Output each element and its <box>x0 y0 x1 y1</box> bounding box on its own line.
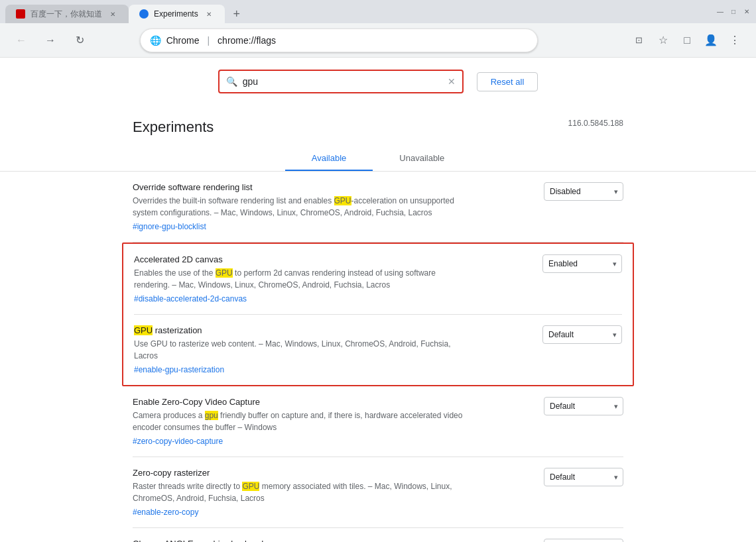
flag-angle-backend: Choose ANGLE graphics backend Choose the… <box>133 528 623 542</box>
select-wrapper: Default Enabled Disabled <box>544 468 623 486</box>
flag-desc: Raster threads write directly to GPU mem… <box>133 480 464 504</box>
flag-desc: Overrides the built-in software renderin… <box>133 195 464 219</box>
nav-actions: ⊡ ☆ □ 👤 ⋮ <box>629 30 745 51</box>
flag-override-software-rendering: Override software rendering list Overrid… <box>133 172 623 243</box>
address-path: chrome://flags <box>218 35 276 46</box>
flag-title: Override software rendering list <box>133 182 464 192</box>
tab-baidu-label: 百度一下，你就知道 <box>31 9 102 20</box>
flag-select-override[interactable]: Default Enabled Disabled <box>544 182 623 201</box>
flag-title: Choose ANGLE graphics backend <box>133 539 464 542</box>
search-clear-icon[interactable]: ✕ <box>448 76 456 87</box>
tab-experiments-close[interactable]: ✕ <box>204 9 214 19</box>
close-button[interactable]: ✕ <box>743 8 751 16</box>
flag-zero-copy-rasterizer: Zero-copy rasterizer Raster threads writ… <box>133 457 623 528</box>
flag-select-angle[interactable]: Default D3D11 OpenGL D3D9 D3D11on12 <box>544 539 623 542</box>
reset-all-button[interactable]: Reset all <box>477 72 538 91</box>
select-wrapper: Default Enabled Disabled <box>542 254 622 273</box>
version-text: 116.0.5845.188 <box>568 119 623 128</box>
tab-baidu[interactable]: 百度一下，你就知道 ✕ <box>5 5 129 23</box>
tab-bar: 百度一下，你就知道 ✕ Experiments ✕ + <box>5 0 716 23</box>
window-controls: — □ ✕ <box>716 8 751 16</box>
select-wrapper: Default Enabled Disabled <box>544 397 623 415</box>
flag-accelerated-2d-canvas: Accelerated 2D canvas Enables the use of… <box>134 244 622 315</box>
flag-info: GPU rasterization Use GPU to rasterize w… <box>134 325 466 374</box>
highlight-gpu: gpu <box>205 411 218 420</box>
flag-info: Accelerated 2D canvas Enables the use of… <box>134 254 466 303</box>
highlight-gpu: GPU <box>134 325 153 335</box>
extensions-button[interactable]: □ <box>676 30 698 51</box>
search-box[interactable]: 🔍 gpu ✕ <box>218 70 464 93</box>
flags-list: Override software rendering list Overrid… <box>0 172 756 542</box>
flag-title: Enable Zero-Copy Video Capture <box>133 397 464 407</box>
experiments-container: 🔍 gpu ✕ Reset all Experiments 116.0.5845… <box>0 58 756 542</box>
maximize-button[interactable]: □ <box>729 8 737 16</box>
experiments-favicon <box>139 9 149 19</box>
flag-zero-copy-video: Enable Zero-Copy Video Capture Camera pr… <box>133 386 623 457</box>
flag-link[interactable]: #ignore-gpu-blocklist <box>133 222 206 231</box>
highlight-gpu: GPU <box>334 196 351 205</box>
title-bar: 百度一下，你就知道 ✕ Experiments ✕ + — □ ✕ <box>0 0 756 23</box>
bookmark-button[interactable]: ☆ <box>653 30 674 51</box>
flag-desc: Enables the use of the GPU to perform 2d… <box>134 267 466 291</box>
menu-button[interactable]: ⋮ <box>724 30 745 51</box>
flag-link[interactable]: #zero-copy-video-capture <box>133 437 223 446</box>
flag-select-zero-copy-video[interactable]: Default Enabled Disabled <box>544 397 623 415</box>
flag-desc: Camera produces a gpu friendly buffer on… <box>133 409 464 433</box>
select-wrapper: Default Enabled Disabled <box>542 325 622 344</box>
search-icon: 🔍 <box>226 76 237 87</box>
minimize-button[interactable]: — <box>716 8 724 16</box>
highlighted-flags-box: Accelerated 2D canvas Enables the use of… <box>122 243 634 386</box>
flag-info: Enable Zero-Copy Video Capture Camera pr… <box>133 397 464 446</box>
flag-gpu-rasterization: GPU rasterization Use GPU to rasterize w… <box>134 315 622 385</box>
new-tab-button[interactable]: + <box>227 5 246 23</box>
address-bar[interactable]: 🌐 Chrome | chrome://flags <box>140 28 538 52</box>
flag-info: Zero-copy rasterizer Raster threads writ… <box>133 468 464 517</box>
flag-select-zero-copy[interactable]: Default Enabled Disabled <box>544 468 623 486</box>
highlight-gpu: GPU <box>216 268 233 278</box>
flag-info: Override software rendering list Overrid… <box>133 182 464 231</box>
tab-available[interactable]: Available <box>285 146 373 171</box>
reload-button[interactable]: ↻ <box>69 30 90 51</box>
nav-bar: ← → ↻ 🌐 Chrome | chrome://flags ⊡ ☆ □ 👤 … <box>0 23 756 58</box>
tab-experiments[interactable]: Experiments ✕ <box>129 5 225 23</box>
flag-select-canvas[interactable]: Default Enabled Disabled <box>542 254 622 273</box>
flag-desc: Use GPU to rasterize web content. – Mac,… <box>134 338 466 362</box>
select-wrapper: Default D3D11 OpenGL D3D9 D3D11on12 <box>544 539 623 542</box>
flag-info: Choose ANGLE graphics backend Choose the… <box>133 539 464 542</box>
select-wrapper: Default Enabled Disabled <box>544 182 623 201</box>
address-site: Chrome <box>166 35 200 46</box>
flag-link[interactable]: #enable-zero-copy <box>133 508 198 517</box>
globe-icon: 🌐 <box>150 35 161 46</box>
flag-link[interactable]: #disable-accelerated-2d-canvas <box>134 294 247 303</box>
flag-select-rasterization[interactable]: Default Enabled Disabled <box>542 325 622 344</box>
flag-link[interactable]: #enable-gpu-rasterization <box>134 365 224 374</box>
tab-unavailable[interactable]: Unavailable <box>373 146 471 171</box>
address-separator: | <box>207 35 210 46</box>
page-title: Experiments <box>133 119 214 136</box>
experiments-tabs: Available Unavailable <box>0 146 756 172</box>
search-input[interactable]: gpu <box>243 76 442 87</box>
flag-title: GPU rasterization <box>134 325 466 335</box>
highlight-gpu: GPU <box>242 482 259 491</box>
back-button[interactable]: ← <box>11 30 32 51</box>
profile-button[interactable]: 👤 <box>700 30 722 51</box>
tab-experiments-label: Experiments <box>154 9 198 19</box>
cast-button[interactable]: ⊡ <box>629 30 650 51</box>
tab-baidu-close[interactable]: ✕ <box>107 9 118 19</box>
flag-title: Accelerated 2D canvas <box>134 254 466 264</box>
experiments-header: Experiments 116.0.5845.188 <box>0 105 756 136</box>
baidu-favicon <box>16 9 25 19</box>
forward-button[interactable]: → <box>40 30 61 51</box>
flag-title: Zero-copy rasterizer <box>133 468 464 478</box>
